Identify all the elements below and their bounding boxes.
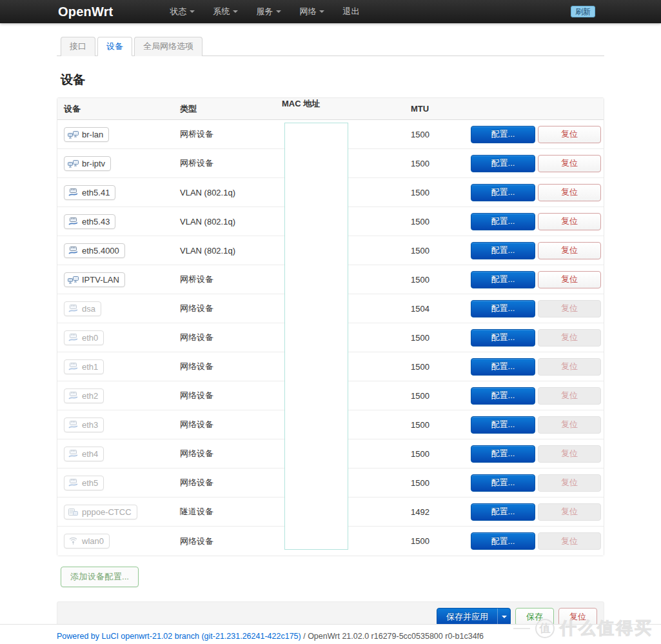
device-badge: dsa (64, 301, 101, 316)
brand-logo: OpenWrt (58, 5, 113, 19)
device-mtu: 1500 (411, 275, 461, 285)
configure-button[interactable]: 配置... (471, 503, 535, 521)
row-reset-button[interactable]: 复位 (538, 213, 601, 230)
configure-button[interactable]: 配置... (471, 329, 535, 347)
device-type: 网络设备 (180, 303, 282, 314)
row-reset-button[interactable]: 复位 (538, 126, 601, 143)
device-name: br-lan (82, 130, 103, 139)
device-name: eth2 (82, 391, 98, 401)
ethernet-icon (68, 421, 79, 429)
device-mtu: 1500 (411, 333, 461, 343)
device-type: VLAN (802.1q) (180, 217, 282, 226)
device-mtu: 1500 (411, 391, 461, 401)
ethernet-icon (68, 392, 79, 400)
device-name: eth5.43 (82, 217, 110, 226)
row-reset-button: 复位 (538, 503, 601, 521)
row-reset-button[interactable]: 复位 (538, 271, 601, 288)
row-reset-button[interactable]: 复位 (538, 184, 601, 201)
save-apply-button[interactable]: 保存并应用 (437, 608, 511, 626)
header-device: 设备 (57, 103, 180, 115)
device-type: 网络设备 (180, 477, 282, 488)
chevron-down-icon (319, 10, 324, 13)
device-badge: pppoe-CTCC (64, 505, 137, 519)
device-mtu: 1500 (411, 449, 461, 459)
nav-item-logout[interactable]: 退出 (335, 1, 367, 23)
nav-item-label: 网络 (299, 6, 316, 17)
save-apply-label: 保存并应用 (437, 609, 497, 625)
device-badge: eth5 (64, 476, 104, 490)
configure-button[interactable]: 配置... (471, 300, 535, 317)
device-name: dsa (82, 304, 95, 314)
save-button[interactable]: 保存 (515, 608, 554, 626)
device-mtu: 1500 (411, 478, 461, 488)
row-reset-button[interactable]: 复位 (538, 242, 601, 259)
device-name: br-iptv (82, 159, 105, 168)
add-device-button[interactable]: 添加设备配置... (61, 567, 139, 587)
device-mtu: 1500 (411, 159, 461, 168)
save-apply-dropdown[interactable] (497, 609, 510, 625)
row-reset-button: 复位 (538, 445, 601, 463)
device-type: 网络设备 (180, 390, 282, 401)
configure-button[interactable]: 配置... (471, 445, 535, 463)
device-badge: wlan0 (64, 534, 110, 548)
header-mac: MAC 地址 (282, 98, 411, 119)
refresh-badge[interactable]: 刷新 (571, 6, 595, 17)
device-name: pppoe-CTCC (82, 507, 132, 517)
device-badge: IPTV-LAN (64, 272, 125, 287)
device-mtu: 1504 (411, 304, 461, 314)
bridge-icon (68, 159, 79, 168)
configure-button[interactable]: 配置... (471, 155, 535, 172)
tab-interfaces[interactable]: 接口 (61, 37, 95, 56)
row-reset-button: 复位 (538, 300, 601, 317)
wifi-icon (68, 537, 79, 545)
reset-button[interactable]: 复位 (558, 608, 597, 626)
nav-item-status[interactable]: 状态 (162, 1, 202, 23)
device-type: 网络设备 (180, 361, 282, 372)
configure-button[interactable]: 配置... (471, 387, 535, 405)
openwrt-devices-page: { "navbar": { "brand": "OpenWrt", "menus… (0, 0, 661, 644)
configure-button[interactable]: 配置... (471, 532, 535, 550)
tunnel-icon (68, 508, 79, 516)
ethernet-icon (68, 247, 79, 255)
configure-button[interactable]: 配置... (471, 358, 535, 376)
device-type: 网络设备 (180, 448, 282, 459)
nav-item-label: 服务 (256, 6, 273, 17)
device-type: VLAN (802.1q) (180, 246, 282, 256)
nav-item-system[interactable]: 系统 (205, 1, 246, 23)
luci-link[interactable]: Powered by LuCI openwrt-21.02 branch (gi… (57, 632, 301, 641)
device-mtu: 1500 (411, 217, 461, 226)
configure-button[interactable]: 配置... (471, 242, 535, 259)
nav-item-network[interactable]: 网络 (291, 1, 332, 23)
page-title: 设备 (61, 72, 604, 88)
nav-menu: 状态 系统 服务 网络 退出 (162, 1, 367, 23)
device-name: wlan0 (82, 536, 104, 546)
device-mtu: 1492 (411, 507, 461, 517)
device-mtu: 1500 (411, 536, 461, 546)
nav-item-label: 退出 (342, 6, 359, 17)
device-type: 网桥设备 (180, 157, 282, 169)
configure-button[interactable]: 配置... (471, 416, 535, 434)
tab-devices[interactable]: 设备 (97, 37, 132, 56)
devices-table: 设备 类型 MAC 地址 MTU br-lan 网桥设备 E 1500 配置..… (57, 97, 604, 556)
device-mtu: 1500 (411, 362, 461, 372)
ethernet-icon (68, 217, 79, 226)
device-mtu: 1500 (411, 188, 461, 197)
bridge-icon (68, 276, 79, 284)
configure-button[interactable]: 配置... (471, 474, 535, 492)
device-name: eth5.41 (82, 188, 110, 197)
configure-button[interactable]: 配置... (471, 271, 535, 288)
device-name: eth5.4000 (82, 246, 119, 256)
nav-item-label: 状态 (170, 6, 186, 17)
header-type: 类型 (180, 103, 282, 115)
nav-item-services[interactable]: 服务 (248, 1, 289, 23)
configure-button[interactable]: 配置... (471, 184, 535, 201)
device-name: eth4 (82, 449, 98, 459)
device-badge: br-lan (64, 127, 109, 142)
ethernet-icon (68, 363, 79, 371)
device-badge: br-iptv (64, 156, 111, 171)
tab-global-options[interactable]: 全局网络选项 (134, 37, 202, 56)
configure-button[interactable]: 配置... (471, 126, 535, 143)
configure-button[interactable]: 配置... (471, 213, 535, 230)
row-reset-button[interactable]: 复位 (538, 155, 601, 172)
ethernet-icon (68, 305, 79, 313)
